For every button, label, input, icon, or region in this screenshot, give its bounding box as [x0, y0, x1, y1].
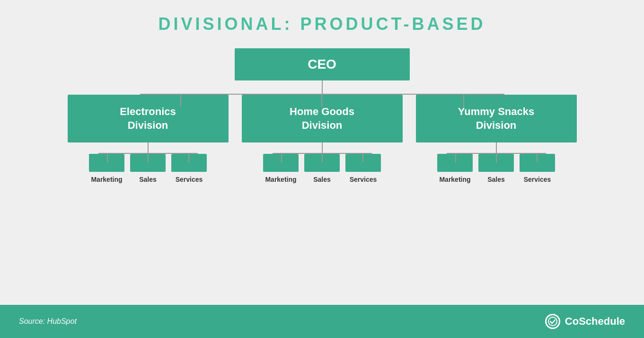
elec-services-label: Services: [176, 176, 203, 183]
ys-tick1: [455, 153, 456, 162]
divisions-row: Electronics Division Marketing: [68, 95, 577, 183]
ys-services-node: [520, 154, 555, 172]
yummysnacks-node: Yummy Snacks Division: [416, 95, 577, 142]
ceo-vertical-line: [322, 80, 323, 94]
hg-tick1: [281, 153, 282, 162]
left-tick: [180, 94, 181, 107]
hg-marketing-label: Marketing: [265, 176, 296, 183]
hg-sales-label: Sales: [313, 176, 331, 183]
homegoods-node: Home Goods Division: [242, 95, 403, 142]
hg-vline: [322, 142, 323, 153]
checkmark-icon: [548, 317, 557, 326]
hg-tick3: [362, 153, 363, 162]
elec-sales-label: Sales: [139, 176, 157, 183]
ys-marketing-label: Marketing: [439, 176, 470, 183]
org-chart: CEO Electronics Division: [19, 48, 625, 183]
footer-logo-text: CoSchedule: [565, 315, 625, 328]
hg-tick2: [322, 153, 323, 162]
main-content: DIVISIONAL: PRODUCT-BASED CEO Electronic…: [0, 0, 644, 305]
hg-services-node: [345, 154, 381, 172]
electronics-node: Electronics Division: [68, 95, 229, 142]
footer-source: Source: HubSpot: [19, 317, 77, 326]
elec-services-node: [171, 154, 207, 172]
hg-services-label: Services: [350, 176, 377, 183]
elec-tick3: [188, 153, 189, 162]
page-title: DIVISIONAL: PRODUCT-BASED: [158, 14, 485, 34]
right-tick: [463, 94, 464, 107]
footer-logo: CoSchedule: [545, 314, 625, 329]
center-tick: [321, 94, 322, 107]
ys-sales-label: Sales: [487, 176, 505, 183]
elec-tick2: [148, 153, 149, 162]
elec-marketing-label: Marketing: [91, 176, 122, 183]
elec-tick1: [107, 153, 108, 162]
hg-hbar: [273, 153, 372, 154]
ys-tick2: [496, 153, 497, 162]
ys-services-label: Services: [524, 176, 551, 183]
division-yummysnacks: Yummy Snacks Division Marketing Sales: [416, 95, 577, 183]
division-homegoods: Home Goods Division Marketing Sales: [242, 95, 403, 183]
top-horizontal-bar: [140, 94, 504, 95]
ys-hbar: [447, 153, 546, 154]
hg-services: Services: [345, 154, 381, 183]
footer: Source: HubSpot CoSchedule: [0, 305, 644, 338]
elec-services: Services: [171, 154, 207, 183]
ys-services: Services: [520, 154, 555, 183]
ceo-node: CEO: [235, 48, 410, 80]
ys-tick3: [537, 153, 538, 162]
ys-vline: [496, 142, 497, 153]
elec-hbar: [98, 153, 198, 154]
elec-vline: [148, 142, 149, 153]
division-electronics: Electronics Division Marketing: [68, 95, 229, 183]
coschedule-icon: [545, 314, 560, 329]
svg-point-0: [548, 317, 557, 326]
